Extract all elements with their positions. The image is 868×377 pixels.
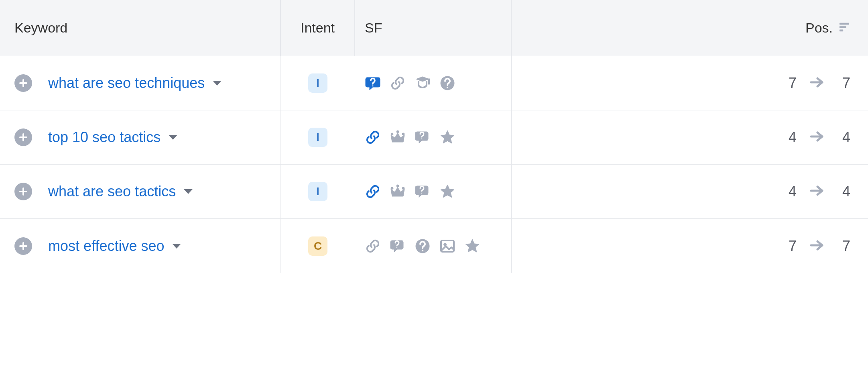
star-icon[interactable] [464, 238, 480, 254]
col-header-sf-label: SF [365, 20, 382, 36]
add-keyword-button[interactable] [14, 74, 32, 92]
pos-previous: 7 [783, 238, 797, 255]
pos-previous: 7 [783, 75, 797, 92]
table-row: what are seo techniques I 7 7 [0, 56, 868, 110]
knowledge-icon[interactable] [415, 75, 431, 91]
col-header-keyword-label: Keyword [14, 20, 67, 36]
star-icon[interactable] [439, 129, 455, 145]
add-keyword-button[interactable] [14, 237, 32, 255]
col-header-pos-label: Pos. [805, 20, 833, 36]
col-header-intent[interactable]: Intent [281, 0, 355, 56]
table-row: most effective seo C 7 7 [0, 219, 868, 273]
arrow-right-icon [809, 76, 825, 90]
serp-features-cell [355, 56, 512, 110]
intent-badge[interactable]: I [308, 182, 327, 201]
col-header-sf[interactable]: SF [355, 0, 512, 56]
crown-icon[interactable] [390, 183, 406, 200]
pos-current: 7 [837, 238, 850, 255]
pos-previous: 4 [783, 183, 797, 200]
pos-current: 7 [837, 75, 850, 92]
serp-features-cell [355, 110, 512, 164]
add-keyword-button[interactable] [14, 128, 32, 146]
faq-icon[interactable] [415, 129, 431, 145]
keyword-menu-caret[interactable] [183, 188, 193, 195]
question-icon[interactable] [415, 238, 431, 254]
star-icon[interactable] [439, 183, 455, 200]
keyword-menu-caret[interactable] [212, 79, 222, 87]
intent-badge[interactable]: C [308, 236, 327, 256]
link-icon[interactable] [365, 238, 381, 254]
link-icon[interactable] [365, 129, 381, 145]
faq-icon[interactable] [415, 183, 431, 200]
col-header-keyword[interactable]: Keyword [0, 0, 281, 56]
table-header-row: Keyword Intent SF Pos. [0, 0, 868, 56]
keyword-menu-caret[interactable] [168, 134, 178, 141]
arrow-right-icon [809, 239, 825, 253]
table-row: what are seo tactics I 4 4 [0, 165, 868, 219]
crown-icon[interactable] [390, 129, 406, 145]
arrow-right-icon [809, 185, 825, 198]
keyword-link[interactable]: most effective seo [48, 238, 164, 255]
link-icon[interactable] [365, 183, 381, 200]
keyword-table: Keyword Intent SF Pos. what are seo tech… [0, 0, 868, 273]
question-icon[interactable] [439, 75, 455, 91]
keyword-menu-caret[interactable] [171, 243, 182, 250]
keyword-link[interactable]: what are seo techniques [48, 75, 205, 92]
table-row: top 10 seo tactics I 4 4 [0, 110, 868, 165]
intent-badge[interactable]: I [308, 73, 327, 93]
pos-current: 4 [837, 129, 850, 146]
col-header-intent-label: Intent [301, 20, 335, 36]
col-header-pos[interactable]: Pos. [512, 0, 868, 56]
faq-icon[interactable] [390, 238, 406, 254]
add-keyword-button[interactable] [14, 183, 32, 200]
keyword-link[interactable]: top 10 seo tactics [48, 129, 161, 146]
pos-previous: 4 [783, 129, 797, 146]
pos-current: 4 [837, 183, 850, 200]
image-icon[interactable] [439, 238, 455, 254]
serp-features-cell [355, 165, 512, 218]
arrow-right-icon [809, 130, 825, 144]
people-also-ask-icon[interactable] [365, 75, 381, 91]
keyword-link[interactable]: what are seo tactics [48, 183, 176, 200]
intent-badge[interactable]: I [308, 128, 327, 147]
serp-features-cell [355, 219, 512, 273]
link-icon[interactable] [390, 75, 406, 91]
sort-desc-icon [838, 22, 850, 34]
